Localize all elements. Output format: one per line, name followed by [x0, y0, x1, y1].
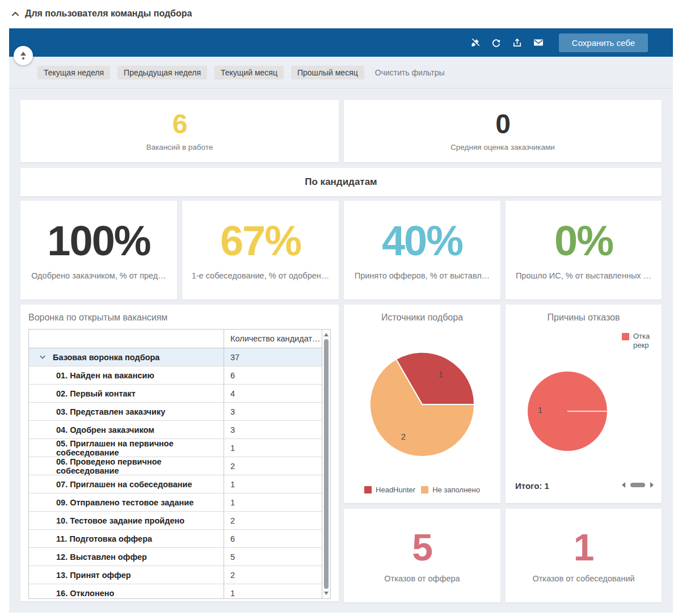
pct-value: 0% [554, 220, 613, 262]
filter-bar: Текущая неделя Предыдущая неделя Текущий… [9, 57, 673, 88]
pct-value: 100% [47, 220, 150, 262]
pct-card-first-interview: 67% 1-е собеседование, % от одобрен… [182, 201, 339, 299]
funnel-parent-value: 37 [224, 348, 322, 366]
count-header-cell: Количество кандидат… [224, 330, 322, 348]
kpi-label: Вакансий в работе [146, 143, 213, 151]
sources-pie-chart: 1 2 [365, 348, 479, 461]
filter-chip-current-week[interactable]: Текущая неделя [37, 66, 110, 79]
kpi-value: 0 [495, 111, 510, 138]
kpi-card-avg-rating: 0 Средняя оценка заказчиками [344, 100, 662, 162]
rejections-chart-card: Причины отказов Отка рекр 1 Итого: 1 [506, 305, 662, 503]
legend-swatch [364, 486, 372, 493]
section-title-candidates: По кандидатам [20, 168, 662, 196]
export-icon[interactable] [512, 37, 523, 48]
kpi-value: 6 [172, 111, 187, 138]
kpi-card-vacancies: 6 Вакансий в работе [20, 100, 339, 162]
kpi-card-interview-rejections: 1 Отказов от собеседований [506, 509, 662, 602]
scroll-down-icon[interactable] [324, 592, 329, 595]
funnel-parent-label: Базовая воронка подбора [53, 353, 159, 362]
funnel-stage-row[interactable]: 09. Отправлено тестовое задание1 [29, 493, 322, 512]
legend-scrollbar[interactable] [622, 482, 654, 488]
funnel-title: Воронка по открытым вакансиям [28, 313, 167, 323]
toolbar: Сохранить себе [9, 28, 673, 57]
kpi-label: Отказов от оффера [384, 574, 460, 583]
funnel-stage-row[interactable]: 05. Приглашен на первичное собеседование… [29, 439, 322, 457]
total-label: Итого: 1 [515, 481, 549, 491]
kpi-card-offer-rejections: 5 Отказов от оффера [344, 509, 500, 602]
funnel-stage-row[interactable]: 10. Тестовое задание пройдено2 [29, 512, 322, 530]
funnel-stage-row[interactable]: 12. Выставлен оффер5 [29, 548, 322, 566]
scroll-left-icon[interactable] [622, 482, 625, 488]
slice-label: 1 [538, 405, 542, 415]
funnel-table: Количество кандидат… Базовая воронка под… [28, 329, 331, 599]
funnel-stage-row[interactable]: 13. Принят оффер2 [29, 566, 322, 584]
chevron-up-icon[interactable] [11, 11, 19, 16]
pct-card-offers-accepted: 40% Принято офферов, % от выставл… [344, 201, 500, 299]
triangle-up-icon [20, 52, 26, 56]
page-title: Для пользователя команды подбора [25, 9, 192, 19]
rejections-legend[interactable]: Отка рекр [622, 332, 662, 350]
scrollbar-thumb[interactable] [630, 483, 645, 487]
sources-chart-title: Источники подбора [344, 313, 500, 323]
kpi-value: 1 [574, 529, 594, 566]
save-to-self-button[interactable]: Сохранить себе [559, 33, 648, 52]
funnel-card: Воронка по открытым вакансиям Количество… [20, 305, 339, 601]
scroll-right-icon[interactable] [650, 482, 654, 488]
clear-filters-link[interactable]: Очистить фильтры [375, 68, 445, 77]
pct-value: 67% [220, 220, 301, 262]
dashboard-page: Для пользователя команды подбора [0, 0, 682, 616]
legend-label: Отка рекр [633, 332, 650, 350]
funnel-stage-row[interactable]: 02. Первый контакт4 [29, 385, 322, 403]
funnel-stage-row[interactable]: 16. Отклонено1 [29, 584, 322, 598]
pct-label: Принято офферов, % от выставл… [355, 271, 490, 280]
table-header-row: Количество кандидат… [29, 330, 322, 348]
funnel-stage-row[interactable]: 11. Подготовка оффера6 [29, 530, 322, 548]
filter-chip-previous-week[interactable]: Предыдущая неделя [117, 66, 207, 79]
funnel-stage-row[interactable]: 06. Проведено первичное собеседование2 [29, 457, 322, 475]
funnel-stage-row[interactable]: 01. Найден на вакансию6 [29, 366, 322, 385]
legend-label: HeadHunter [376, 486, 415, 494]
slice-label: 2 [401, 432, 406, 441]
funnel-stage-row[interactable]: 03. Представлен заказчику3 [29, 403, 322, 421]
section-header: Для пользователя команды подбора [0, 0, 682, 27]
dot-icon [22, 57, 24, 60]
rejections-pie-chart: 1 [522, 366, 613, 457]
scroll-up-icon[interactable] [324, 333, 329, 336]
rejections-chart-title: Причины отказов [506, 313, 662, 323]
pct-label: Одобрено заказчиком, % от пред… [31, 271, 166, 280]
empty-header-cell [29, 330, 224, 348]
pct-card-probation: 0% Прошло ИС, % от выставленных … [506, 201, 662, 299]
pct-label: Прошло ИС, % от выставленных … [516, 271, 651, 280]
funnel-table-body: Количество кандидат… Базовая воронка под… [29, 330, 322, 598]
slice-label: 1 [439, 369, 443, 379]
dashboard-panel: Сохранить себе Текущая неделя Предыдущая… [9, 28, 673, 613]
sources-legend: HeadHunter Не заполнено [344, 486, 500, 494]
refresh-icon[interactable] [491, 37, 502, 48]
filter-chip-last-month[interactable]: Прошлый месяц [291, 66, 364, 79]
scroll-top-button[interactable] [14, 46, 33, 65]
pct-label: 1-е собеседование, % от одобрен… [192, 271, 330, 280]
kpi-label: Отказов от собеседований [532, 574, 634, 583]
pct-card-approved: 100% Одобрено заказчиком, % от пред… [20, 201, 177, 299]
filter-chip-current-month[interactable]: Текущий месяц [214, 66, 284, 79]
kpi-label: Средняя оценка заказчиками [451, 143, 555, 151]
funnel-stage-row[interactable]: 04. Одобрен заказчиком3 [29, 421, 322, 439]
legend-item-headhunter[interactable]: HeadHunter [364, 486, 415, 494]
legend-swatch [622, 333, 629, 340]
table-scrollbar[interactable] [322, 330, 330, 598]
funnel-stage-row[interactable]: 07. Приглашен на собеседование1 [29, 475, 322, 493]
funnel-parent-row[interactable]: Базовая воронка подбора 37 [29, 348, 322, 366]
legend-label: Не заполнено [432, 486, 480, 494]
edit-disabled-icon[interactable] [470, 37, 481, 48]
kpi-value: 5 [412, 529, 432, 566]
scrollbar-thumb[interactable] [324, 339, 329, 589]
chevron-down-icon[interactable] [39, 355, 46, 360]
legend-item-not-filled[interactable]: Не заполнено [421, 486, 480, 494]
pct-value: 40% [382, 220, 462, 262]
email-icon[interactable] [533, 37, 544, 48]
legend-swatch [421, 486, 428, 493]
sources-chart-card: Источники подбора 1 2 HeadHunter Не запо… [344, 305, 500, 503]
